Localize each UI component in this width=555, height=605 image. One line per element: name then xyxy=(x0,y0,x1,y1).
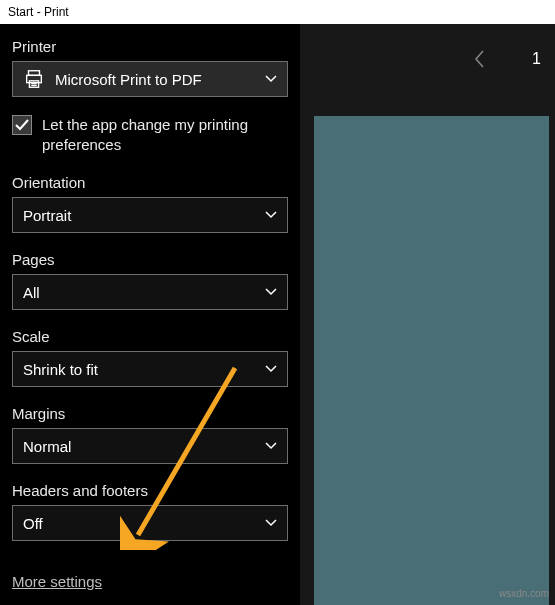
headers-footers-value: Off xyxy=(23,515,43,532)
pages-select[interactable]: All xyxy=(12,274,288,310)
orientation-value: Portrait xyxy=(23,207,71,224)
window-title: Start - Print xyxy=(8,5,69,19)
content: Printer Microsoft Print to PDF xyxy=(0,24,555,605)
headers-footers-group: Headers and footers Off xyxy=(12,482,288,541)
chevron-down-icon xyxy=(265,73,277,85)
printing-preferences-label: Let the app change my printing preferenc… xyxy=(42,115,288,154)
chevron-down-icon xyxy=(265,440,277,452)
orientation-select[interactable]: Portrait xyxy=(12,197,288,233)
printing-preferences-checkbox[interactable] xyxy=(12,115,32,135)
printer-label: Printer xyxy=(12,38,288,55)
chevron-down-icon xyxy=(265,209,277,221)
current-page-number: 1 xyxy=(532,50,541,68)
chevron-left-icon xyxy=(473,49,487,69)
printer-select-value: Microsoft Print to PDF xyxy=(55,71,202,88)
orientation-label: Orientation xyxy=(12,174,288,191)
margins-value: Normal xyxy=(23,438,71,455)
headers-footers-label: Headers and footers xyxy=(12,482,288,499)
preview-panel: 1 xyxy=(300,24,555,605)
previous-page-button[interactable] xyxy=(468,47,492,71)
preview-pager: 1 xyxy=(300,24,555,94)
margins-select[interactable]: Normal xyxy=(12,428,288,464)
watermark: wsxdn.com xyxy=(499,588,549,599)
margins-label: Margins xyxy=(12,405,288,422)
margins-group: Margins Normal xyxy=(12,405,288,464)
chevron-down-icon xyxy=(265,517,277,529)
scale-select[interactable]: Shrink to fit xyxy=(12,351,288,387)
printer-icon xyxy=(23,68,45,90)
printer-group: Printer Microsoft Print to PDF xyxy=(12,38,288,97)
headers-footers-select[interactable]: Off xyxy=(12,505,288,541)
settings-panel: Printer Microsoft Print to PDF xyxy=(0,24,300,605)
scale-label: Scale xyxy=(12,328,288,345)
pages-label: Pages xyxy=(12,251,288,268)
printing-preferences-row: Let the app change my printing preferenc… xyxy=(12,115,288,154)
pages-group: Pages All xyxy=(12,251,288,310)
scale-value: Shrink to fit xyxy=(23,361,98,378)
pages-value: All xyxy=(23,284,40,301)
page-preview xyxy=(314,116,549,605)
printer-select-content: Microsoft Print to PDF xyxy=(23,68,202,90)
printer-select[interactable]: Microsoft Print to PDF xyxy=(12,61,288,97)
checkmark-icon xyxy=(15,118,29,132)
orientation-group: Orientation Portrait xyxy=(12,174,288,233)
scale-group: Scale Shrink to fit xyxy=(12,328,288,387)
window-titlebar: Start - Print xyxy=(0,0,555,24)
chevron-down-icon xyxy=(265,363,277,375)
more-settings-link[interactable]: More settings xyxy=(12,573,102,590)
chevron-down-icon xyxy=(265,286,277,298)
